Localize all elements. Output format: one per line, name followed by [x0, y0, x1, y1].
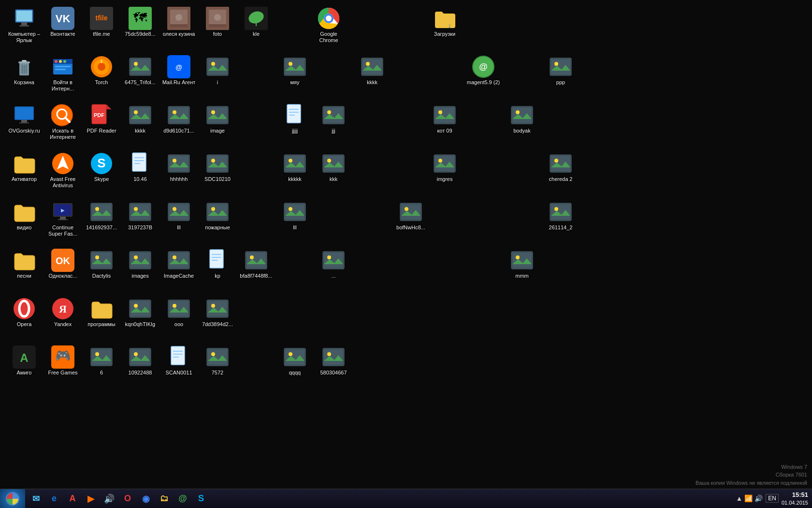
desktop-icon-jjj[interactable]: jjj: [314, 102, 353, 136]
desktop-icon-580304667[interactable]: 580304667: [314, 344, 353, 378]
desktop-icon-kle[interactable]: kle: [237, 5, 276, 39]
desktop-icon-ppp[interactable]: ppp: [541, 53, 580, 88]
desktop-icon-mmm[interactable]: mmm: [503, 247, 541, 281]
desktop-icon-qqqq[interactable]: qqqq: [276, 344, 314, 378]
desktop-icon-kot09[interactable]: кот 09: [425, 102, 464, 136]
icon-img-bofNwHc8: [399, 200, 422, 224]
desktop-icon-magent59[interactable]: @magent5.9 (2): [464, 53, 503, 88]
desktop-icon-image[interactable]: image: [198, 102, 237, 136]
desktop-icon-lll-2[interactable]: lll: [276, 198, 314, 233]
svg-point-199: [289, 352, 292, 356]
icon-img-chereda2: [549, 152, 572, 175]
desktop-icon-imgres[interactable]: imgres: [425, 150, 464, 184]
desktop-icon-bodyak[interactable]: bodyak: [503, 102, 541, 136]
desktop-icon-zagruzki[interactable]: ↓Загрузки: [425, 5, 464, 39]
tray-icon-1[interactable]: ▲: [736, 494, 742, 502]
desktop-icon-scan0011[interactable]: SCAN0011: [160, 344, 198, 378]
desktop-icon-imagecache[interactable]: ImageCache: [160, 247, 198, 281]
taskbar-icon-mail[interactable]: ✉: [27, 490, 44, 508]
desktop-icon-kkkk-1[interactable]: kkkk: [353, 53, 392, 88]
icon-label-lll-1: lll: [161, 224, 196, 231]
desktop-icon-vidio[interactable]: видио: [5, 198, 44, 233]
desktop-icon-10922488[interactable]: 10922488: [121, 344, 160, 378]
desktop-icon-odnoklasniki[interactable]: OKОдноклас...: [44, 247, 82, 281]
start-button[interactable]: [0, 489, 25, 508]
icon-label-7572: 7572: [200, 370, 235, 376]
desktop-icon-olesya[interactable]: олеся кузина: [160, 5, 198, 39]
desktop-icon-google-chrome[interactable]: Google Chrome: [309, 5, 348, 45]
desktop-icon-mailru[interactable]: @Mail.Ru Агент: [160, 53, 198, 88]
desktop-icon-korzina[interactable]: Корзина: [5, 53, 44, 88]
desktop-icon-computer[interactable]: Компьютер – Ярлык: [5, 5, 44, 45]
desktop-icon-opera[interactable]: Opera: [5, 295, 44, 329]
taskbar-icon-avast-tb[interactable]: A: [64, 490, 81, 508]
desktop-icon-kqn0qhTIKIg[interactable]: kqn0qhTIKIg: [121, 295, 160, 329]
desktop-icon-vkontakte[interactable]: VKВконтакте: [44, 5, 82, 39]
svg-point-189: [134, 352, 138, 356]
desktop-icon-6[interactable]: 6: [82, 344, 121, 378]
taskbar-icon-opera-tb[interactable]: O: [119, 490, 136, 508]
taskbar-icon-mailru-tb[interactable]: @: [174, 490, 191, 508]
icon-label-pdfreader: PDF Reader: [84, 128, 119, 134]
desktop-icon-chereda2[interactable]: chereda 2: [541, 150, 580, 184]
desktop-icon-tfile[interactable]: tfiletfile.me: [82, 5, 121, 39]
desktop-icon-yandex[interactable]: ЯYandex: [44, 295, 82, 329]
svg-rect-109: [324, 156, 343, 171]
desktop-icon-jjjjj[interactable]: jjjjj: [276, 102, 314, 136]
desktop-icon-dotdotdot[interactable]: ...: [314, 247, 353, 281]
desktop-icon-foto[interactable]: foto: [198, 5, 237, 39]
desktop-icon-amigo[interactable]: AАмиго: [5, 344, 44, 378]
desktop-icon-aktivator[interactable]: Активатор: [5, 150, 44, 184]
tray-volume[interactable]: 🔊: [754, 494, 763, 502]
desktop-icon-bfa8f7448f8[interactable]: bfa8f7448f8...: [237, 247, 276, 281]
desktop-icon-6475trifol[interactable]: 6475_Trifol...: [121, 53, 160, 88]
desktop-icon-kp[interactable]: kp: [198, 247, 237, 281]
desktop-icon-7572[interactable]: 7572: [198, 344, 237, 378]
desktop-icon-lll-1[interactable]: lll: [160, 198, 198, 233]
desktop-icon-ooo[interactable]: ooo: [160, 295, 198, 329]
language-button[interactable]: EN: [766, 494, 779, 503]
desktop-icon-kkkkk[interactable]: kkkkk: [276, 150, 314, 184]
desktop-icon-75dc59de8[interactable]: 🗺75dc59de8...: [121, 5, 160, 39]
tray-network[interactable]: 📶: [744, 494, 753, 502]
desktop-icon-10-46[interactable]: 10.46: [121, 150, 160, 184]
desktop-icon-avast[interactable]: Avast Free Antivirus: [44, 150, 82, 191]
svg-point-196: [211, 352, 215, 356]
desktop-icon-kkk[interactable]: kkk: [314, 150, 353, 184]
desktop-icon-sdc10210[interactable]: SDC10210: [198, 150, 237, 184]
desktop-icon-images[interactable]: images: [121, 247, 160, 281]
desktop-icon-141692937[interactable]: 141692937...: [82, 198, 121, 233]
desktop-icon-войти[interactable]: Войти в Интерн...: [44, 53, 82, 94]
icon-label-opera: Opera: [7, 321, 42, 328]
desktop-icon-261114-2[interactable]: 261114_2: [541, 198, 580, 233]
desktop-icon-programmy[interactable]: программы: [82, 295, 121, 329]
svg-point-23: [326, 15, 332, 21]
desktop-icon-d9d610c71[interactable]: d9d610c71...: [160, 102, 198, 136]
svg-rect-79: [287, 105, 301, 123]
taskbar-icon-player[interactable]: ▶: [82, 490, 100, 508]
desktop-icon-skype[interactable]: SSkype: [82, 150, 121, 184]
taskbar-icon-volume[interactable]: 🔊: [101, 490, 118, 508]
desktop-icon-kkkk-2[interactable]: kkkk: [121, 102, 160, 136]
desktop-icon-myau[interactable]: мяу: [276, 53, 314, 88]
desktop-icon-pdfreader[interactable]: PDFPDF Reader: [82, 102, 121, 136]
desktop-icon-bofNwHc8[interactable]: bofNwHc8...: [392, 198, 430, 233]
desktop-icon-hhhhhh[interactable]: hhhhhh: [160, 150, 198, 184]
taskbar-icon-skype-tb[interactable]: S: [192, 490, 210, 508]
desktop-icon-3197237b[interactable]: 3197237B: [121, 198, 160, 233]
desktop-icon-pesni[interactable]: песни: [5, 247, 44, 281]
desktop-icon-pozharnye[interactable]: пожарные: [198, 198, 237, 233]
desktop-icon-continue-super-fas[interactable]: ▶Continue Super Fas...: [44, 198, 82, 239]
desktop-icon-freegames[interactable]: 🎮Free Games: [44, 344, 82, 378]
taskbar-clock[interactable]: 15:51 01.04.2015: [782, 491, 808, 507]
desktop-icon-i[interactable]: i: [198, 53, 237, 88]
desktop-icon-7dd3894d2[interactable]: 7dd3894d2...: [198, 295, 237, 329]
taskbar-icon-chrome-tb[interactable]: ◉: [137, 490, 155, 508]
taskbar-icon-explorer-tb[interactable]: 🗂: [156, 490, 173, 508]
taskbar-icon-ie[interactable]: e: [45, 490, 63, 508]
desktop-icon-ovgorskiy[interactable]: OVGorskiy.ru: [5, 102, 44, 136]
desktop-icon-dactylis[interactable]: Dactylis: [82, 247, 121, 281]
desktop-icon-torch[interactable]: Torch: [82, 53, 121, 88]
icon-img-pdfreader: PDF: [90, 104, 113, 127]
desktop-icon-iskat[interactable]: Искать в Интернете: [44, 102, 82, 142]
